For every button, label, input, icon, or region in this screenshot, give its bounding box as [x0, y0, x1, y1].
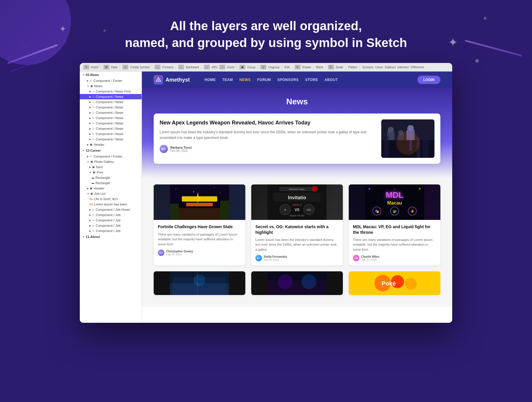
- author-info: Barbara Torez Feb 08, 2019: [170, 146, 192, 153]
- sidebar-item-comp-job-4[interactable]: ▶ ⊙ Component / Job: [80, 228, 142, 234]
- sidebar-item-job-list[interactable]: ▼ ▣ Job List: [80, 191, 142, 196]
- union-label: Union: [375, 66, 383, 69]
- featured-title: New Apex Legends Weapon Revealed, Havoc …: [160, 119, 375, 126]
- symbol-icon: ⊙: [92, 127, 95, 130]
- author-name: Barbara Torez: [170, 146, 192, 149]
- rotate-label: Rotate: [302, 66, 311, 69]
- sidebar-item-comp-news-3[interactable]: ▶ ⊙ Component / News: [80, 105, 142, 110]
- insert-icon: +: [83, 65, 89, 69]
- sidebar-item-text-lorem[interactable]: Aa Lorem Ipsum has been: [80, 202, 142, 207]
- sidebar-item-label: Rectangle: [95, 181, 110, 185]
- nav-login-button[interactable]: LOGIN: [417, 76, 440, 84]
- sidebar-item-comp-news-6[interactable]: ▶ ⊙ Component / News: [80, 121, 142, 126]
- svg-point-53: [394, 188, 395, 189]
- toolbar-flatten-group: Flatten: [348, 66, 360, 69]
- chevron-right-icon: ▶: [89, 127, 91, 130]
- sidebar-item-comp-footer-1[interactable]: ▶ ⊙ Component / Footer: [80, 78, 142, 83]
- sidebar-item-comp-job-hover[interactable]: ▶ ⊙ Component / Job Hover: [80, 207, 142, 212]
- sidebar-item-comp-news-selected[interactable]: ▶ ⊙ Component / News: [80, 94, 142, 99]
- site-preview: Amethyst HOME TEAM NEWS FORUM SPONSORS S…: [142, 72, 452, 323]
- news-featured-text: New Apex Legends Weapon Revealed, Havoc …: [160, 119, 375, 153]
- svg-text:Macau: Macau: [387, 200, 402, 205]
- sidebar-item-text-life[interactable]: Aa Life is short, let's: [80, 196, 142, 202]
- scissors-label: Scissors: [362, 66, 374, 69]
- news-section: Fortnite Challenges Have Grown Stale The…: [142, 179, 452, 307]
- edit-label: Edit: [285, 66, 290, 69]
- sidebar-item-comp-news-4[interactable]: ▶ ⊙ Component / News: [80, 110, 142, 115]
- nav-link-forum[interactable]: FORUM: [257, 78, 271, 82]
- layer-icon: ▣: [90, 143, 93, 146]
- sidebar-item-photo-gallery[interactable]: ▼ ▣ Photo Gallery: [80, 159, 142, 164]
- chevron-right-icon: ▶: [87, 80, 89, 82]
- layer-icon: ▣: [90, 192, 93, 195]
- nav-link-sponsors[interactable]: SPONSORS: [278, 78, 299, 82]
- svg-rect-58: [197, 271, 198, 295]
- symbol-icon: ⊙: [92, 208, 95, 211]
- zoom-decrease-icon[interactable]: −: [204, 65, 210, 69]
- symbol-icon: ⊙: [92, 95, 95, 98]
- layer-icon: ▣: [90, 85, 93, 87]
- sidebar-item-label: Component / News: [96, 106, 124, 109]
- sidebar-group-11-about[interactable]: ▼ 11-About: [80, 234, 142, 240]
- data-icon: ⊞: [103, 65, 109, 69]
- svg-rect-27: [220, 201, 229, 220]
- news-card-mdl: MDL Macau 🎭 🐲 ⚡: [349, 184, 440, 265]
- sidebar-item-prev[interactable]: ▼ ▣ Prev: [80, 170, 142, 175]
- chevron-right-icon: ▶: [89, 122, 91, 125]
- svg-point-19: [214, 187, 215, 188]
- author-name-fortnite: Christopher Dowey: [166, 250, 193, 253]
- news-grid-row2: Poké: [154, 271, 440, 295]
- author-date: Feb 08, 2019: [170, 149, 192, 153]
- sidebar-item-next[interactable]: ▶ ▣ Next: [80, 164, 142, 170]
- backward-icon: ←: [178, 65, 184, 69]
- symbol-icon: ⊙: [90, 79, 92, 82]
- chevron-right-icon: ▶: [89, 214, 91, 216]
- sidebar-item-comp-job-2[interactable]: ▶ ⊙ Component / Job: [80, 218, 142, 223]
- sidebar-item-rectangle-2[interactable]: ▬ Rectangle: [80, 180, 142, 186]
- sidebar-item-comp-news-7[interactable]: ▶ ⊙ Component / News: [80, 126, 142, 131]
- sidebar-item-comp-news-first[interactable]: ▶ ⊙ Component / News First: [80, 89, 142, 94]
- sidebar-item-comp-job-3[interactable]: ▶ ⊙ Component / Job: [80, 223, 142, 228]
- nav-link-home[interactable]: HOME: [205, 78, 216, 82]
- svg-point-20: [220, 193, 220, 194]
- nav-link-store[interactable]: STORE: [305, 78, 318, 82]
- nav-link-about[interactable]: ABOUT: [325, 78, 338, 82]
- sidebar-item-comp-footer-2[interactable]: ▶ ⊙ Component / Footer: [80, 154, 142, 159]
- text-icon: Aa: [89, 197, 93, 200]
- sidebar-item-rectangle-1[interactable]: ▬ Rectangle: [80, 175, 142, 180]
- nav-link-team[interactable]: TEAM: [222, 78, 233, 82]
- toolbar: + Insert ⊞ Data ◇ Create Symbol → Forwar…: [80, 63, 452, 72]
- svg-text:🐲: 🐲: [392, 209, 397, 213]
- zoom-increase-icon[interactable]: +: [219, 65, 225, 69]
- sidebar-item-comp-news-9[interactable]: ▶ ⊙ Component / News: [80, 137, 142, 142]
- zoom-label: Zoom: [227, 66, 235, 69]
- sidebar-item-comp-news-2[interactable]: ▶ ⊙ Component / News: [80, 99, 142, 105]
- sidebar-item-label: Component / News: [96, 100, 124, 104]
- chevron-down-icon: ▼: [87, 85, 89, 87]
- sidebar-group-12-career[interactable]: ▼ 12-Career: [80, 147, 142, 154]
- sidebar-item-header-2[interactable]: ▶ ▣ Header: [80, 186, 142, 191]
- rotate-icon: ↻: [295, 65, 301, 69]
- sidebar-item-comp-news-8[interactable]: ▶ ⊙ Component / News: [80, 131, 142, 137]
- sidebar-item-news-group[interactable]: ▼ ▣ News: [80, 83, 142, 89]
- sidebar-item-comp-news-5[interactable]: ▶ ⊙ Component / News: [80, 115, 142, 121]
- svg-rect-26: [170, 204, 179, 220]
- sidebar-item-header-1[interactable]: ▶ ▣ Header: [80, 142, 142, 147]
- card-author-dota: SF Stella Fernandez Jan 28, 2019: [255, 255, 339, 261]
- svg-point-4: [388, 127, 394, 133]
- svg-text:⊕: ⊕: [284, 208, 286, 211]
- zoom-value: 49%: [212, 66, 218, 69]
- sidebar-item-label: Component / News: [96, 116, 124, 120]
- sidebar-group-03-news[interactable]: ▼ 03-News: [80, 72, 142, 78]
- author-avatar-dota: SF: [255, 255, 262, 261]
- sidebar-item-comp-job-1[interactable]: ▶ ⊙ Component / Job: [80, 212, 142, 218]
- svg-point-17: [176, 189, 176, 189]
- toolbar-data-group: ⊞ Data: [103, 65, 120, 69]
- sidebar: ▼ 03-News ▶ ⊙ Component / Footer ▼ ▣ New…: [80, 72, 142, 323]
- svg-text:🎭: 🎭: [375, 209, 379, 213]
- nav-link-news[interactable]: NEWS: [239, 78, 251, 82]
- symbol-icon: ⊙: [92, 132, 95, 135]
- svg-point-57: [194, 274, 205, 286]
- layer-icon: ▣: [90, 160, 93, 163]
- featured-image: [381, 119, 434, 158]
